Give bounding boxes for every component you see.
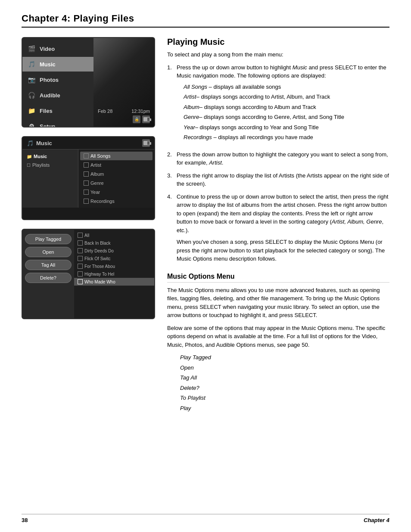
menu-item-files[interactable]: 📁 Files [22,103,93,118]
screen1-status-icons: 🔒 [98,115,150,123]
menu-label-video: Video [40,46,55,52]
battery-fill-s2 [144,141,147,145]
playing-music-heading: Playing Music [167,37,389,47]
setup-icon: ⚙ [27,121,36,128]
s3-song-backinblack[interactable]: Back In Black [74,239,154,247]
subitem-genre: Genre– displays songs according to Genre… [184,113,389,121]
s2-artist-item[interactable]: Artist [80,161,153,169]
s2-album-item[interactable]: Album [80,170,153,178]
battery-icon-small [142,115,150,123]
screen1-datetime: Feb 28 12:31pm [98,109,150,114]
screen1-date-text: Feb 28 [98,109,112,114]
music-options-sublist: All Songs – displays all available songs… [177,80,389,146]
screen1-right-area: Feb 28 12:31pm 🔒 [93,38,154,127]
menu-label-setup: Setup [40,123,55,128]
s2-recordings-label: Recordings [90,199,115,204]
photos-icon: 📷 [27,75,36,84]
step-4-content: Continue to press the up or down arrow b… [177,193,389,263]
s2-allsongs-label: All Songs [90,153,110,159]
step-4: Continue to press the up or down arrow b… [167,193,389,263]
screen1-left-menu: 🎬 Video 🎵 Music 📷 Photos 🎧 Audible [22,38,93,127]
footer-chapter-label: Chapter 4 [364,517,389,523]
s2-year-item[interactable]: Year [80,188,153,196]
battery-indicator [143,117,150,121]
flick-checkbox [78,256,83,261]
subitem-recordings: Recordings – displays all recordings you… [184,133,389,142]
all-checkbox [78,233,83,238]
s3-dd-label: Dirty Deeds Do [84,249,114,253]
footer-page-number: 38 [22,517,28,523]
music-icon: 🎵 [27,59,36,69]
menu-item-photos[interactable]: 📷 Photos [22,72,93,87]
battery-fill [144,118,147,121]
tag-all-btn[interactable]: Tag All [25,260,72,270]
step-3-text: Press the right arrow to display the lis… [177,172,389,187]
s3-highway-label: Highway To Hel [84,272,114,277]
step-2-text: Press the down arrow button to highlight… [177,151,388,166]
music-options-heading: Music Options Menu [167,273,389,283]
menu-item-video[interactable]: 🎬 Video [22,41,93,56]
step-1-text: Press the up or down arrow button to hig… [177,64,386,79]
s2-year-label: Year [90,190,100,195]
chapter-title: Chapter 4: Playing Files [22,13,389,24]
s3-song-dirtydeeds[interactable]: Dirty Deeds Do [74,247,154,255]
subitem-allsongs: All Songs – displays all available songs [184,83,389,91]
menu-item-setup[interactable]: ⚙ Setup [22,119,93,128]
s2-artist-label: Artist [90,162,101,168]
screen2-right-panel: All Songs Artist Album [78,149,154,208]
s3-forthose-label: For Those Abou [84,264,115,269]
step-3: Press the right arrow to display the lis… [167,171,389,188]
page-container: Chapter 4: Playing Files 🎬 Video 🎵 Music [0,0,411,532]
battery-indicator-s2 [143,141,150,145]
video-icon: 🎬 [27,44,36,53]
screen2-body: 📁 Music ☐ Playlists All Songs [22,149,154,208]
s2-genre-item[interactable]: Genre [80,179,153,187]
forthose-checkbox [78,264,83,269]
s3-song-flick[interactable]: Flick Of Switc [74,255,154,262]
step-1: Press the up or down arrow button to hig… [167,63,389,146]
s2-music-label: Music [34,154,47,159]
audible-icon: 🎧 [27,90,36,100]
s3-song-all[interactable]: All [74,231,154,239]
page-footer: 38 Chapter 4 [22,514,389,523]
menu-item-audible[interactable]: 🎧 Audible [22,88,93,103]
s2-recordings-item[interactable]: Recordings [80,197,153,205]
screen3-left-buttons: Play Tagged Open Tag All Delete? [22,230,74,318]
s3-song-forthose[interactable]: For Those Abou [74,262,154,270]
option-tag-all: Tag All [180,373,389,382]
delete-btn[interactable]: Delete? [25,273,72,283]
option-to-playlist: To Playlist [180,394,389,402]
music-options-para2: Below are some of the options that may a… [167,324,389,349]
wmw-checkbox [78,279,83,284]
s2-music-item[interactable]: 📁 Music [22,152,78,161]
screen2-title-area: 🎵 Music [27,140,52,146]
s3-all-label: All [84,233,89,238]
music-note-icon: 🎵 [27,140,34,146]
s2-allsongs-item[interactable]: All Songs [80,152,153,160]
screen3-right-songs: All Back In Black Dirty Deeds Do Flick O… [74,230,154,318]
left-column: 🎬 Video 🎵 Music 📷 Photos 🎧 Audible [22,37,155,414]
chapter-header: Chapter 4: Playing Files [22,13,389,28]
menu-label-audible: Audible [40,92,60,99]
option-play: Play [180,404,389,413]
right-column: Playing Music To select and play a song … [167,37,389,414]
s3-bib-label: Back In Black [84,241,111,246]
folder-icon: 📁 [27,154,32,159]
lock-icon: 🔒 [133,115,140,123]
play-tagged-btn[interactable]: Play Tagged [25,234,72,244]
screen2-left-panel: 📁 Music ☐ Playlists [22,149,78,208]
step-4-extra: When you've chosen a song, press SELECT … [177,238,389,263]
menu-item-music[interactable]: 🎵 Music [22,57,93,72]
music-options-para1: The Music Options menu allows you to use… [167,286,389,320]
dd-checkbox [78,248,83,253]
screen3-options-menu: Play Tagged Open Tag All Delete? All Bac… [22,229,155,319]
s3-song-whomadewho[interactable]: Who Made Who [74,278,154,286]
genre-checkbox [84,180,89,186]
open-btn[interactable]: Open [25,247,72,257]
artist-checkbox [84,162,89,168]
steps-list: Press the up or down arrow button to hig… [167,63,389,263]
s3-song-highway[interactable]: Highway To Hel [74,270,154,278]
option-open: Open [180,364,389,372]
menu-label-photos: Photos [40,77,59,83]
s2-playlists-item[interactable]: ☐ Playlists [22,161,78,169]
